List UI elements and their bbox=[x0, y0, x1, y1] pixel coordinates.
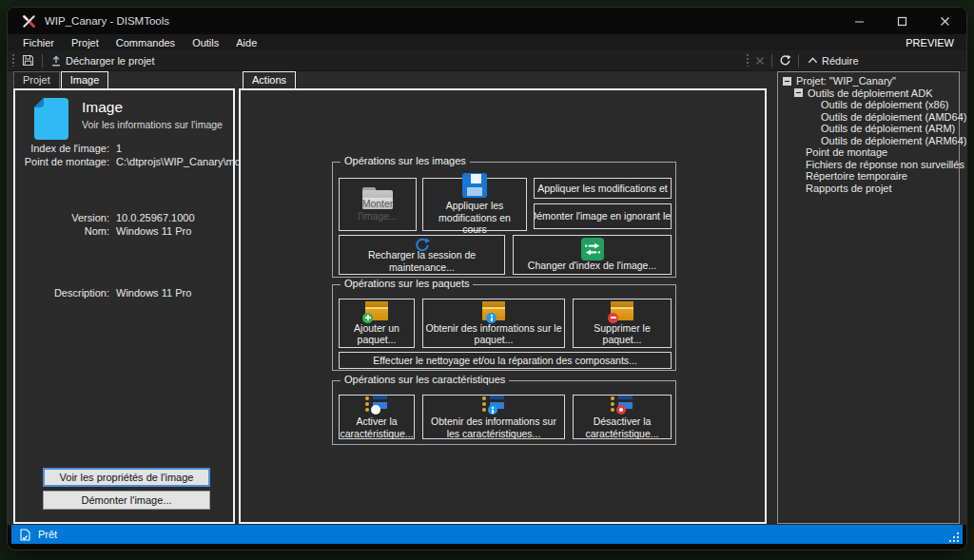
tree-item-temp-directory[interactable]: Répertoire temporaire bbox=[778, 170, 959, 183]
toolbar-separator bbox=[798, 54, 799, 68]
tree-item-deploy-arm64[interactable]: Outils de déploiement (ARM64) bbox=[778, 135, 959, 147]
collapse-expander-icon[interactable] bbox=[794, 88, 803, 97]
collapse-tree-label: Réduire bbox=[822, 55, 859, 67]
collapse-tree-button[interactable]: Réduire bbox=[806, 54, 861, 68]
actions-panel: Opérations sur les images Monter l'image… bbox=[239, 88, 767, 524]
menu-aide[interactable]: Aide bbox=[227, 36, 265, 49]
component-cleanup-button[interactable]: Effectuer le nettoyage et/ou la réparati… bbox=[339, 352, 672, 369]
swap-index-icon bbox=[581, 238, 604, 261]
toolbar: Décharger le projet Réduire bbox=[8, 50, 966, 71]
feature-disable-icon bbox=[610, 395, 634, 414]
toolbar-separator bbox=[42, 54, 43, 68]
tab-image[interactable]: Image bbox=[61, 71, 109, 90]
tree-item-unattend-files[interactable]: Fichiers de réponse non surveillés bbox=[778, 159, 959, 171]
enable-feature-button[interactable]: Activer la caractéristique... bbox=[339, 395, 415, 439]
image-panel-title: Image bbox=[82, 99, 123, 116]
image-panel: Image Voir les informations sur l'image … bbox=[13, 88, 235, 524]
preview-badge: PREVIEW bbox=[906, 37, 966, 48]
tree-refresh-button[interactable] bbox=[779, 54, 791, 67]
group-feature-operations: Opérations sur les caractéristiques Acti… bbox=[332, 380, 676, 445]
tree-item-project-reports[interactable]: Rapports de projet bbox=[778, 183, 959, 195]
get-feature-info-button[interactable]: Obtenir des informations sur les caracté… bbox=[422, 395, 565, 439]
disable-feature-button[interactable]: Désactiver la caractéristique... bbox=[573, 395, 672, 439]
unload-project-label: Décharger le projet bbox=[66, 55, 155, 67]
package-remove-icon bbox=[611, 301, 633, 320]
floppy-icon bbox=[462, 173, 487, 198]
tree-item-mount-point[interactable]: Point de montage bbox=[778, 146, 959, 159]
tree-item-deploy-x86[interactable]: Outils de déploiement (x86) bbox=[778, 99, 959, 111]
view-image-properties-button[interactable]: Voir les propriétés de l'image bbox=[43, 468, 210, 487]
close-button[interactable] bbox=[924, 8, 966, 34]
collapse-expander-icon[interactable] bbox=[783, 77, 791, 86]
image-panel-subtitle: Voir les informations sur l'image bbox=[82, 119, 223, 130]
change-image-index-button[interactable]: Changer d'index de l'image... bbox=[513, 235, 672, 275]
feature-enable-icon bbox=[364, 395, 389, 414]
chevron-up-icon bbox=[808, 56, 818, 65]
app-icon bbox=[22, 14, 36, 29]
menu-fichier[interactable]: Fichier bbox=[14, 36, 63, 49]
tree-item-project[interactable]: Projet: "WIP_Canary" bbox=[778, 75, 959, 87]
tab-actions[interactable]: Actions bbox=[243, 71, 296, 90]
status-text: Prêt bbox=[38, 529, 57, 540]
title-bar: WIP_Canary - DISMTools bbox=[8, 8, 966, 34]
maximize-button[interactable] bbox=[881, 8, 924, 34]
status-document-icon bbox=[20, 529, 30, 541]
mount-image-button[interactable]: Monter l'image... bbox=[339, 178, 417, 231]
unload-project-icon bbox=[50, 55, 62, 67]
save-button[interactable] bbox=[20, 53, 36, 68]
content-area: Projet Image Image Voir les informations… bbox=[8, 71, 966, 525]
field-version: Version: 10.0.25967.1000 bbox=[15, 212, 229, 223]
field-name: Nom: Windows 11 Pro bbox=[15, 225, 229, 237]
menu-projet[interactable]: Projet bbox=[63, 36, 107, 49]
project-tree-panel: Projet: "WIP_Canary" Outils de déploieme… bbox=[777, 71, 960, 524]
status-bar: Prêt bbox=[11, 525, 963, 544]
apply-changes-button[interactable]: Appliquer les modifications en cours bbox=[422, 178, 527, 231]
window-title: WIP_Canary - DISMTools bbox=[45, 15, 169, 27]
tree-item-deploy-arm[interactable]: Outils de déploiement (ARM) bbox=[778, 123, 959, 135]
tree-item-deploy-amd64[interactable]: Outils de déploiement (AMD64) bbox=[778, 111, 959, 124]
apply-and-unmount-button[interactable]: Appliquer les modifications et bbox=[534, 178, 672, 199]
tree-close-button[interactable] bbox=[755, 56, 765, 66]
field-image-index: Index de l'image: 1 bbox=[15, 143, 229, 154]
tree-toolbar-grip[interactable] bbox=[747, 54, 749, 67]
menu-commandes[interactable]: Commandes bbox=[107, 36, 184, 49]
tree-item-adk-tools[interactable]: Outils de déploiement ADK bbox=[778, 87, 959, 100]
package-add-icon bbox=[365, 301, 388, 320]
feature-info-icon bbox=[481, 395, 506, 414]
add-package-button[interactable]: Ajouter un paquet... bbox=[339, 299, 415, 348]
group-image-operations: Opérations sur les images Monter l'image… bbox=[332, 162, 676, 278]
unload-project-button[interactable]: Décharger le projet bbox=[49, 54, 157, 68]
toolbar-grip[interactable] bbox=[12, 54, 14, 67]
menu-bar: Fichier Projet Commandes Outils Aide PRE… bbox=[8, 34, 966, 50]
field-description: Description: Windows 11 Pro bbox=[15, 287, 229, 299]
field-mount-point: Point de montage: C:\dtprojs\WIP_Canary\… bbox=[15, 156, 229, 167]
reload-servicing-session-button[interactable]: Recharger la session de maintenance... bbox=[339, 235, 505, 275]
window-controls bbox=[838, 8, 966, 34]
left-tab-strip: Projet Image bbox=[13, 71, 109, 88]
app-window: WIP_Canary - DISMTools Fichier Projet Co… bbox=[8, 8, 966, 550]
unmount-discard-button[interactable]: Démonter l'image en ignorant les bbox=[534, 203, 672, 229]
resize-grip[interactable] bbox=[947, 531, 961, 544]
save-icon bbox=[22, 54, 34, 67]
package-info-icon bbox=[482, 301, 505, 320]
toolbar-separator bbox=[771, 54, 772, 68]
center-tab-strip: Actions bbox=[243, 71, 297, 88]
get-package-info-button[interactable]: Obtenir des informations sur le paquet..… bbox=[422, 299, 565, 348]
remove-package-button[interactable]: Supprimer le paquet... bbox=[573, 299, 672, 348]
group-package-operations: Opérations sur les paquets Ajouter un pa… bbox=[332, 284, 676, 371]
menu-outils[interactable]: Outils bbox=[184, 36, 227, 49]
tab-projet[interactable]: Projet bbox=[13, 71, 60, 88]
document-icon bbox=[34, 98, 68, 144]
unmount-image-button[interactable]: Démonter l'image... bbox=[43, 491, 210, 510]
minimize-button[interactable] bbox=[838, 8, 881, 34]
